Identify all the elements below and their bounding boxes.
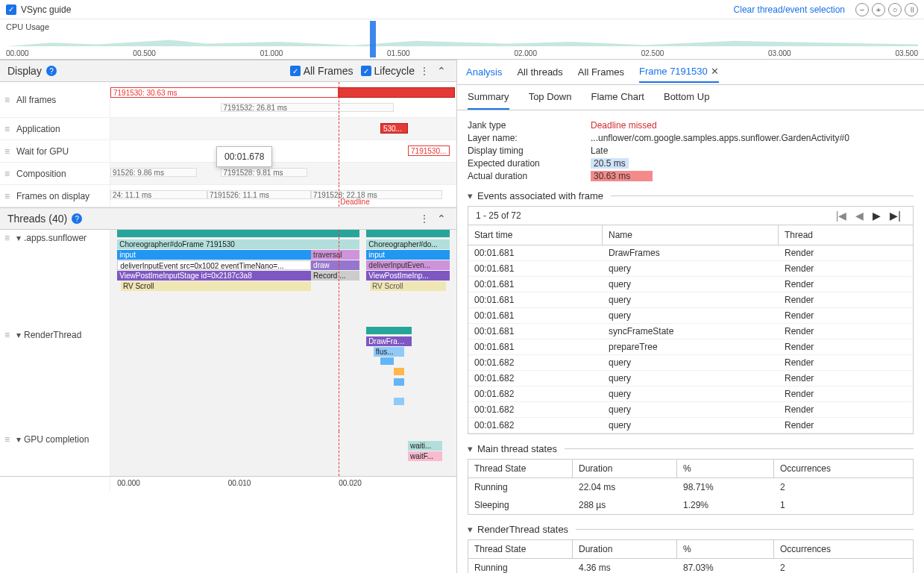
events-row[interactable]: 00:01.681syncFrameStateRender	[468, 324, 913, 339]
events-row[interactable]: 00:01.682queryRender	[468, 371, 913, 386]
events-col-name[interactable]: Name	[603, 225, 779, 245]
pager-prev-icon[interactable]: ◀	[851, 210, 868, 222]
tab-analysis[interactable]: Analysis	[466, 62, 502, 82]
pager-last-icon[interactable]: ▶|	[885, 210, 905, 222]
subtab-topdown[interactable]: Top Down	[529, 85, 572, 110]
thread-running-seg[interactable]	[366, 230, 449, 237]
events-row[interactable]: 00:01.681queryRender	[468, 261, 913, 277]
trace-seg[interactable]	[394, 398, 404, 405]
trace-seg[interactable]: input	[366, 250, 449, 260]
trace-seg[interactable]: Choreographer#doFrame 7191530	[117, 239, 359, 249]
drag-handle-icon[interactable]: ≡	[4, 233, 10, 243]
drag-handle-icon[interactable]: ≡	[4, 434, 10, 445]
drag-handle-icon[interactable]: ≡	[4, 95, 10, 105]
frame-bar-selected[interactable]: 7191530: 30.63 ms	[110, 87, 339, 98]
mainstates-col-state[interactable]: Thread State	[468, 460, 573, 478]
expand-icon[interactable]: ▾	[16, 330, 21, 340]
threads-collapse-icon[interactable]: ⌃	[434, 213, 449, 225]
trace-seg[interactable]	[380, 357, 395, 365]
subtab-summary[interactable]: Summary	[468, 85, 509, 110]
events-col-thread[interactable]: Thread	[779, 225, 913, 245]
trace-seg[interactable]	[394, 378, 404, 386]
trace-seg[interactable]: deliverInputEvent src=0x1002 eventTimeNa…	[117, 260, 311, 270]
cpu-usage-minimap[interactable]: CPU Usage 00.000 00.500 01.000 01.500 02…	[0, 19, 924, 60]
frame-bar-jank[interactable]	[339, 87, 455, 98]
composition-bar-a[interactable]: 91526: 9.86 ms	[110, 168, 197, 177]
mainstates-col-percent[interactable]: %	[677, 460, 774, 478]
threads-more-icon[interactable]: ⋮	[415, 213, 434, 225]
pager-next-icon[interactable]: ▶	[868, 210, 885, 222]
display-more-icon[interactable]: ⋮	[415, 65, 434, 77]
framesdisp-bar-a[interactable]: 24: 11.1 ms	[110, 190, 207, 199]
drag-handle-icon[interactable]: ≡	[4, 191, 10, 201]
events-row[interactable]: 00:01.682queryRender	[468, 418, 913, 433]
zoom-out-icon[interactable]: −	[855, 3, 869, 16]
events-row[interactable]: 00:01.682queryRender	[468, 402, 913, 418]
drag-handle-icon[interactable]: ≡	[4, 146, 10, 157]
pager-first-icon[interactable]: |◀	[832, 210, 852, 222]
renderstates-row[interactable]: Running4.36 ms87.03%2	[468, 559, 913, 573]
events-col-starttime[interactable]: Start time	[468, 225, 603, 245]
collapse-icon[interactable]: ▾	[468, 524, 473, 535]
trace-seg[interactable]: draw	[311, 260, 359, 270]
trace-seg[interactable]: input	[117, 250, 311, 260]
events-row[interactable]: 00:01.681queryRender	[468, 292, 913, 308]
drag-handle-icon[interactable]: ≡	[4, 330, 10, 340]
expand-icon[interactable]: ▾	[16, 434, 21, 445]
allframes-checkbox[interactable]: ✓	[290, 66, 301, 76]
mainstates-row[interactable]: Running22.04 ms98.71%2	[468, 478, 913, 496]
zoom-fit-icon[interactable]: ○	[888, 3, 902, 16]
zoom-in-icon[interactable]: +	[872, 3, 885, 16]
help-icon[interactable]: ?	[46, 66, 57, 76]
drag-handle-icon[interactable]: ≡	[4, 124, 10, 134]
thread-running-seg[interactable]	[117, 230, 359, 237]
trace-seg[interactable]: waiti...	[408, 441, 442, 451]
trace-seg[interactable]: RV Scroll	[370, 281, 446, 291]
events-row[interactable]: 00:01.681prepareTreeRender	[468, 339, 913, 355]
frame-bar-next[interactable]: 7191532: 26.81 ms	[221, 103, 394, 112]
renderstates-col-duration[interactable]: Duration	[573, 540, 677, 558]
events-row[interactable]: 00:01.681queryRender	[468, 277, 913, 292]
tab-allthreads[interactable]: All threads	[517, 62, 562, 82]
trace-seg[interactable]: waitF...	[408, 451, 442, 461]
events-row[interactable]: 00:01.682queryRender	[468, 355, 913, 371]
trace-seg[interactable]: ViewPostImeInputStage id=0x2187c3a8	[117, 271, 311, 281]
trace-seg[interactable]: Choreographer#do...	[366, 239, 449, 249]
trace-seg[interactable]	[394, 368, 404, 375]
mainstates-row[interactable]: Sleeping288 µs1.29%1	[468, 496, 913, 514]
subtab-bottomup[interactable]: Bottom Up	[664, 85, 709, 110]
lifecycle-checkbox[interactable]: ✓	[361, 66, 371, 76]
events-row[interactable]: 00:01.681DrawFramesRender	[468, 245, 913, 261]
collapse-icon[interactable]: ▾	[468, 443, 473, 454]
trace-seg[interactable]: traversal	[311, 250, 359, 260]
help-icon[interactable]: ?	[72, 213, 82, 224]
trace-seg[interactable]: flus...	[374, 347, 405, 357]
clear-selection-link[interactable]: Clear thread/event selection	[734, 4, 845, 15]
tab-frame[interactable]: Frame 7191530✕	[639, 61, 719, 83]
trace-seg[interactable]: DrawFram...	[366, 336, 411, 346]
renderstates-col-occur[interactable]: Occurrences	[774, 540, 913, 558]
framesdisp-bar-b[interactable]: 7191526: 11.1 ms	[207, 190, 311, 199]
drag-handle-icon[interactable]: ≡	[4, 169, 10, 179]
renderstates-col-percent[interactable]: %	[677, 540, 774, 558]
trace-seg[interactable]: RV Scroll	[121, 281, 311, 291]
vsync-checkbox[interactable]: ✓	[6, 4, 16, 15]
mainstates-col-occur[interactable]: Occurrences	[774, 460, 913, 478]
subtab-flame[interactable]: Flame Chart	[591, 85, 644, 110]
expand-icon[interactable]: ▾	[16, 233, 21, 243]
trace-seg[interactable]: ViewPostImeInp...	[366, 271, 449, 281]
display-collapse-icon[interactable]: ⌃	[434, 65, 449, 77]
renderstates-col-state[interactable]: Thread State	[468, 540, 573, 558]
application-frame-bar[interactable]: 530...	[380, 123, 408, 134]
framesdisp-bar-c[interactable]: 7191528: 22.18 ms	[311, 190, 442, 199]
waitgpu-frame-bar[interactable]: 7191530...	[408, 145, 450, 156]
pause-icon[interactable]: ॥	[905, 3, 918, 16]
composition-bar-b[interactable]: 7191528: 9.81 ms	[221, 168, 307, 177]
mainstates-col-duration[interactable]: Duration	[573, 460, 677, 478]
trace-seg[interactable]: Record ...	[311, 271, 359, 281]
trace-seg[interactable]: deliverInputEven...	[366, 260, 449, 270]
events-row[interactable]: 00:01.681queryRender	[468, 308, 913, 324]
thread-running-seg[interactable]	[366, 327, 411, 334]
events-row[interactable]: 00:01.682queryRender	[468, 386, 913, 402]
collapse-icon[interactable]: ▾	[468, 190, 473, 201]
